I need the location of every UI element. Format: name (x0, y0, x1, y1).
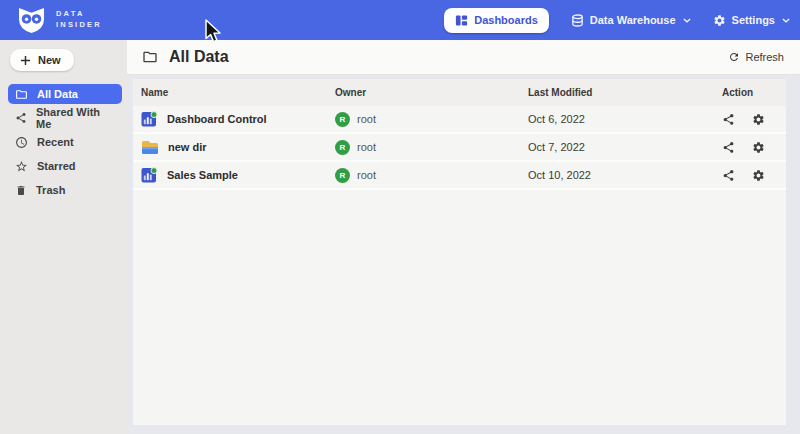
settings-label: Settings (732, 14, 775, 26)
dashboard-file-icon (141, 167, 158, 183)
sidebar-item-label: Trash (36, 184, 65, 196)
sidebar-item-label: All Data (37, 88, 78, 100)
share-icon[interactable] (722, 141, 735, 154)
refresh-icon (728, 51, 740, 63)
share-icon (15, 112, 27, 124)
data-warehouse-label: Data Warehouse (590, 14, 676, 26)
sidebar-item-all-data[interactable]: All Data (8, 84, 122, 104)
page-title: All Data (169, 48, 229, 66)
owner-avatar: R (335, 140, 350, 155)
logo-line1: DATA (56, 9, 102, 20)
trash-icon (15, 184, 27, 197)
dashboards-button[interactable]: Dashboards (444, 8, 549, 33)
owner-avatar: R (335, 168, 350, 183)
owner-name: root (357, 113, 376, 125)
table-header-row: Name Owner Last Modified Action (133, 79, 786, 106)
sidebar-item-label: Shared With Me (36, 106, 115, 130)
content-area: Name Owner Last Modified Action (127, 75, 800, 434)
folder-file-icon (141, 140, 159, 155)
folder-icon (142, 49, 158, 65)
refresh-button[interactable]: Refresh (728, 51, 784, 63)
column-header-owner: Owner (335, 87, 528, 98)
chevron-down-icon (782, 18, 790, 23)
sidebar-item-label: Starred (37, 160, 76, 172)
last-modified-date: Oct 10, 2022 (528, 169, 722, 181)
sidebar-item-recent[interactable]: Recent (8, 132, 122, 152)
gear-icon[interactable] (752, 169, 765, 182)
top-header: DATA INSIDER Dashboards (0, 0, 800, 40)
gear-icon[interactable] (752, 141, 765, 154)
file-name: Dashboard Control (167, 113, 267, 125)
clock-icon (15, 136, 28, 149)
file-name: Sales Sample (167, 169, 238, 181)
logo-wordmark: DATA INSIDER (56, 9, 102, 31)
dashboards-label: Dashboards (474, 14, 538, 26)
app-window: DATA INSIDER Dashboards (0, 0, 800, 434)
owner-name: root (357, 169, 376, 181)
sidebar-item-label: Recent (37, 136, 74, 148)
share-icon[interactable] (722, 169, 735, 182)
gear-icon[interactable] (752, 113, 765, 126)
dashboard-file-icon (141, 111, 158, 127)
folder-icon (15, 88, 28, 101)
data-warehouse-menu[interactable]: Data Warehouse (571, 14, 691, 27)
logo-line2: INSIDER (56, 20, 102, 31)
page-title-bar: All Data Refresh (127, 40, 800, 75)
column-header-last-modified: Last Modified (528, 87, 722, 98)
app-logo: DATA INSIDER (16, 7, 102, 34)
owner-name: root (357, 141, 376, 153)
sidebar: New All Data Shared With Me Recent (0, 40, 127, 434)
table-row[interactable]: Sales Sample R root Oct 10, 2022 (133, 162, 786, 190)
plus-icon (20, 55, 31, 66)
top-navigation: Dashboards Data Warehouse (444, 8, 790, 33)
database-icon (571, 14, 584, 27)
sidebar-item-shared-with-me[interactable]: Shared With Me (8, 108, 122, 128)
owl-logo-icon (16, 7, 47, 34)
chevron-down-icon (683, 18, 691, 23)
dashboard-grid-icon (455, 14, 468, 27)
table-row[interactable]: new dir R root Oct 7, 2022 (133, 134, 786, 162)
last-modified-date: Oct 7, 2022 (528, 141, 722, 153)
last-modified-date: Oct 6, 2022 (528, 113, 722, 125)
sidebar-item-starred[interactable]: Starred (8, 156, 122, 176)
new-button-label: New (38, 54, 61, 66)
column-header-name: Name (141, 87, 335, 98)
main-area: All Data Refresh Name Owner Last Modifie… (127, 40, 800, 434)
new-button[interactable]: New (10, 49, 74, 71)
gear-icon (713, 14, 726, 27)
file-name: new dir (168, 141, 207, 153)
file-table-card: Name Owner Last Modified Action (133, 79, 786, 425)
table-row[interactable]: Dashboard Control R root Oct 6, 2022 (133, 106, 786, 134)
star-icon (15, 160, 28, 173)
refresh-label: Refresh (745, 51, 784, 63)
column-header-action: Action (722, 87, 786, 98)
share-icon[interactable] (722, 113, 735, 126)
settings-menu[interactable]: Settings (713, 14, 790, 27)
sidebar-item-trash[interactable]: Trash (8, 180, 122, 200)
owner-avatar: R (335, 112, 350, 127)
